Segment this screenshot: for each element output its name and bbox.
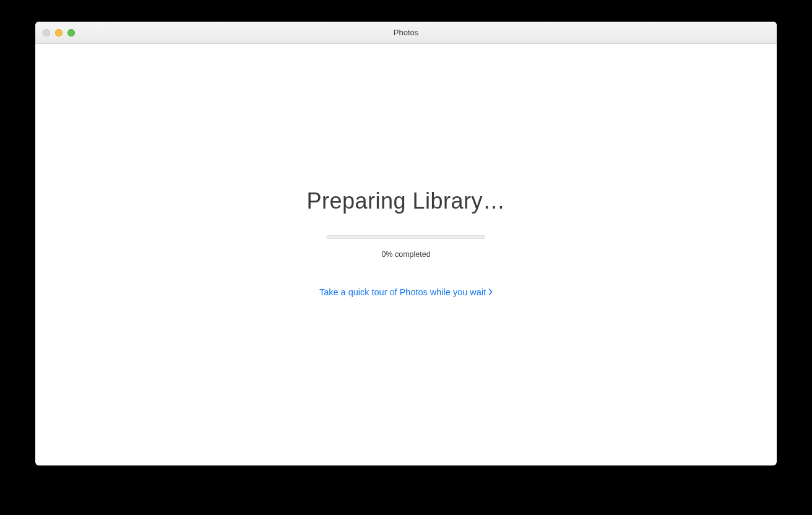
maximize-window-button[interactable]: [67, 29, 75, 37]
titlebar: Photos: [35, 22, 777, 44]
minimize-window-button[interactable]: [55, 29, 63, 37]
chevron-right-icon: [488, 288, 493, 295]
take-tour-link-label: Take a quick tour of Photos while you wa…: [319, 287, 486, 297]
close-window-button[interactable]: [43, 29, 50, 37]
app-window: Photos Preparing Library… 0% completed T…: [35, 22, 777, 465]
preparing-library-heading: Preparing Library…: [306, 188, 505, 214]
window-title: Photos: [394, 28, 418, 37]
progress-bar: [327, 235, 485, 239]
window-controls: [43, 29, 75, 37]
progress-label: 0% completed: [381, 250, 430, 259]
take-tour-link[interactable]: Take a quick tour of Photos while you wa…: [319, 287, 493, 297]
content-area: Preparing Library… 0% completed Take a q…: [35, 44, 777, 465]
